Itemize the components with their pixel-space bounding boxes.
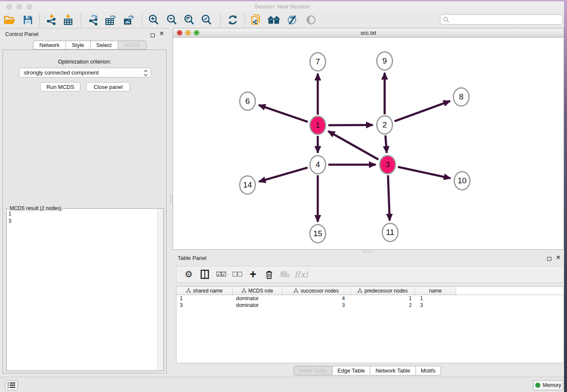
- open-folder-icon: [4, 15, 16, 25]
- table-toolbar: ⚙ ☑☑ ☐☐ + f(x): [176, 266, 564, 283]
- column-header-shared-name[interactable]: shared name: [176, 287, 233, 295]
- copy-network-icon: [250, 14, 261, 26]
- graph-edge-3-11[interactable]: [388, 175, 390, 221]
- tab-select[interactable]: Select: [90, 41, 118, 50]
- toggle-visibility-button[interactable]: [304, 13, 318, 27]
- tab-style[interactable]: Style: [66, 41, 90, 50]
- graph-node-2[interactable]: 2: [376, 115, 393, 135]
- export-image-button[interactable]: [121, 13, 136, 27]
- graph-edge-3-10[interactable]: [398, 167, 450, 178]
- column-header-successor-nodes[interactable]: successor nodes: [282, 287, 351, 295]
- tab-node-table[interactable]: Node Table: [294, 366, 332, 375]
- graph-edge-2-8[interactable]: [394, 101, 450, 121]
- toolbar-separator: [220, 13, 221, 27]
- zoom-in-button[interactable]: [146, 13, 161, 27]
- select-all-button[interactable]: ☑☑: [213, 268, 229, 281]
- zoom-fit-button[interactable]: [182, 13, 196, 27]
- fx-icon: f(x): [295, 270, 308, 279]
- graph-node-4[interactable]: 4: [309, 155, 326, 174]
- toolbar-separator: [39, 13, 40, 27]
- tab-network-table[interactable]: Network Table: [370, 366, 415, 375]
- mcds-result-text[interactable]: 1 3: [8, 210, 157, 370]
- float-panel-icon[interactable]: [151, 31, 155, 39]
- style-brush-icon: [286, 14, 297, 25]
- graph-node-15[interactable]: 15: [309, 224, 326, 243]
- eye-icon: [306, 14, 317, 25]
- graph-node-11[interactable]: 11: [382, 223, 399, 242]
- mcds-scrollbar[interactable]: [157, 209, 163, 370]
- import-table-button[interactable]: [61, 13, 75, 27]
- table-panel-title: Table Panel: [178, 255, 206, 261]
- unchecked-boxes-icon: ☐☐: [232, 271, 242, 278]
- table-row[interactable]: 1 dominator 4 1 1: [176, 295, 564, 302]
- tree-icon: [294, 288, 298, 293]
- task-history-button[interactable]: [5, 380, 18, 390]
- save-session-button[interactable]: [21, 13, 35, 27]
- table-close-icon[interactable]: ✕: [556, 255, 561, 259]
- close-panel-icon[interactable]: ✕: [159, 31, 164, 36]
- column-header-name[interactable]: name: [415, 287, 456, 295]
- network-window-titlebar[interactable]: ✕ − + scc.txt: [173, 28, 564, 38]
- table-float-icon[interactable]: [547, 255, 551, 262]
- table-panel-header: Table Panel ✕: [173, 253, 564, 264]
- column-header-mcds-role[interactable]: MCDS role: [233, 287, 282, 295]
- import-network-button[interactable]: [44, 13, 59, 27]
- zoom-selected-button[interactable]: [199, 13, 214, 27]
- function-builder-button[interactable]: f(x): [293, 268, 309, 281]
- vertical-splitter[interactable]: [169, 28, 173, 377]
- graph-node-7[interactable]: 7: [309, 52, 326, 72]
- refresh-button[interactable]: [226, 13, 240, 27]
- add-row-button[interactable]: +: [245, 268, 261, 281]
- memory-button[interactable]: Memory: [533, 380, 563, 390]
- criterion-select[interactable]: strongly connected component: [19, 68, 151, 77]
- graph-edge-1-2[interactable]: [328, 125, 373, 125]
- search-input[interactable]: [449, 16, 562, 23]
- zoom-out-button[interactable]: [165, 13, 179, 27]
- graph-edge-1-6[interactable]: [259, 105, 308, 122]
- column-header-predecessor-nodes[interactable]: predecessor nodes: [351, 287, 415, 295]
- horizontal-splitter[interactable]: [173, 250, 564, 253]
- graph-node-3[interactable]: 3: [379, 155, 396, 174]
- table-panel-tabs: Node Table Edge Table Network Table Moti…: [294, 366, 441, 375]
- toolbar-separator: [81, 13, 81, 27]
- tree-icon: [186, 288, 191, 293]
- run-mcds-button[interactable]: Run MCDS: [40, 82, 80, 91]
- network-canvas[interactable]: 7968124314101511: [173, 37, 564, 250]
- status-bar: Memory: [0, 377, 564, 392]
- tab-edge-table[interactable]: Edge Table: [332, 366, 370, 375]
- table-row[interactable]: 3 dominator 3 2 3: [176, 302, 564, 309]
- table-header-row: shared name MCDS role successor nodes pr…: [176, 287, 564, 295]
- app-title: Session: New Session: [0, 3, 564, 10]
- home-views-button[interactable]: [267, 13, 281, 27]
- graph-node-8[interactable]: 8: [453, 87, 470, 107]
- import-network-icon: [46, 14, 58, 26]
- export-network-icon: [88, 14, 100, 26]
- criterion-value: strongly connected component: [24, 69, 99, 76]
- graph-edge-4-14[interactable]: [259, 168, 308, 182]
- graph-node-9[interactable]: 9: [376, 51, 393, 71]
- table-settings-button[interactable]: ⚙: [181, 268, 197, 281]
- delete-row-button[interactable]: [261, 268, 277, 281]
- tab-mcds[interactable]: MCDS: [118, 41, 146, 50]
- export-table-button[interactable]: [103, 13, 118, 27]
- list-icon: [8, 382, 15, 388]
- graph-node-6[interactable]: 6: [239, 91, 256, 111]
- mcds-result-box: MCDS result (2 nodes) 1 3: [6, 208, 164, 371]
- graph-node-1[interactable]: 1: [309, 116, 326, 135]
- close-panel-button[interactable]: Close panel: [86, 82, 130, 91]
- graph-node-14[interactable]: 14: [239, 175, 256, 195]
- apply-style-button[interactable]: [285, 13, 299, 27]
- open-session-button[interactable]: [3, 13, 17, 27]
- column-panel-button[interactable]: [197, 268, 213, 281]
- search-field[interactable]: [440, 14, 563, 25]
- tab-motifs[interactable]: Motifs: [416, 366, 441, 375]
- tab-network[interactable]: Network: [33, 41, 66, 50]
- export-network-button[interactable]: [87, 13, 101, 27]
- graph-edge-3-1[interactable]: [328, 131, 378, 160]
- graph-edge-2-3[interactable]: [385, 135, 387, 153]
- copy-network-button[interactable]: [249, 13, 263, 27]
- deselect-all-button[interactable]: ☐☐: [229, 268, 245, 281]
- control-panel-header: Control Panel ✕: [0, 28, 169, 40]
- graph-node-10[interactable]: 10: [454, 171, 471, 190]
- delete-table-button[interactable]: [277, 268, 293, 281]
